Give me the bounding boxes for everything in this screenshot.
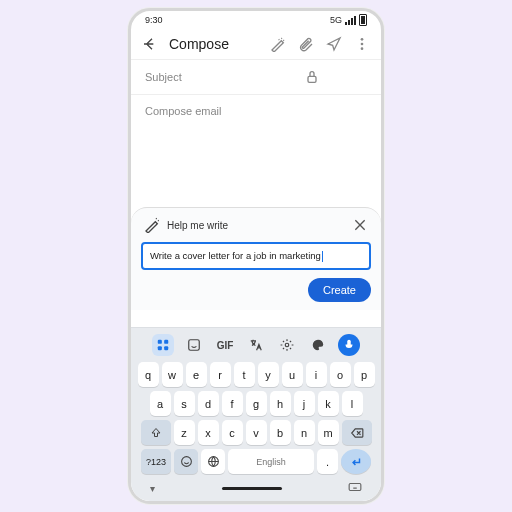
status-bar: 9:30 5G <box>131 11 381 29</box>
create-button[interactable]: Create <box>308 278 371 302</box>
svg-rect-5 <box>164 340 168 344</box>
phone-frame: 9:30 5G Compose Subject Compose email He… <box>128 8 384 504</box>
key-h[interactable]: h <box>270 391 291 416</box>
key-f[interactable]: f <box>222 391 243 416</box>
enter-key[interactable] <box>341 449 371 474</box>
svg-point-2 <box>361 47 364 50</box>
key-v[interactable]: v <box>246 420 267 445</box>
key-d[interactable]: d <box>198 391 219 416</box>
svg-rect-6 <box>158 346 162 350</box>
apps-icon[interactable] <box>152 334 174 356</box>
emoji-key[interactable] <box>174 449 198 474</box>
key-s[interactable]: s <box>174 391 195 416</box>
svg-point-0 <box>361 38 364 41</box>
period-key[interactable]: . <box>317 449 338 474</box>
signal-icon <box>345 16 356 25</box>
key-y[interactable]: y <box>258 362 279 387</box>
attachment-icon[interactable] <box>297 35 315 53</box>
key-n[interactable]: n <box>294 420 315 445</box>
key-k[interactable]: k <box>318 391 339 416</box>
spacebar[interactable]: English <box>228 449 314 474</box>
keyboard: GIF q w e r t y u i o p a s d f g h j k <box>131 327 381 501</box>
keyboard-toggle-icon[interactable] <box>348 480 362 496</box>
key-z[interactable]: z <box>174 420 195 445</box>
compose-topbar: Compose <box>131 29 381 60</box>
translate-icon[interactable] <box>245 334 267 356</box>
text-caret <box>322 251 323 262</box>
key-q[interactable]: q <box>138 362 159 387</box>
keyboard-toolbar: GIF <box>136 334 376 356</box>
panel-title: Help me write <box>167 220 345 231</box>
keyboard-row-4: ?123 English . <box>136 449 376 474</box>
keyboard-row-3: z x c v b n m <box>136 420 376 445</box>
body-placeholder: Compose email <box>145 105 221 117</box>
subject-field[interactable]: Subject <box>131 60 381 95</box>
key-g[interactable]: g <box>246 391 267 416</box>
svg-rect-8 <box>189 340 200 351</box>
sticker-icon[interactable] <box>183 334 205 356</box>
symbols-key[interactable]: ?123 <box>141 449 171 474</box>
svg-rect-3 <box>308 76 316 82</box>
key-j[interactable]: j <box>294 391 315 416</box>
globe-key[interactable] <box>201 449 225 474</box>
key-p[interactable]: p <box>354 362 375 387</box>
prompt-text: Write a cover letter for a job in market… <box>150 250 321 261</box>
key-b[interactable]: b <box>270 420 291 445</box>
send-icon[interactable] <box>325 35 343 53</box>
palette-icon[interactable] <box>307 334 329 356</box>
key-o[interactable]: o <box>330 362 351 387</box>
svg-rect-4 <box>158 340 162 344</box>
key-m[interactable]: m <box>318 420 339 445</box>
help-me-write-panel: Help me write Write a cover letter for a… <box>131 207 381 310</box>
home-indicator[interactable] <box>222 487 282 490</box>
svg-point-10 <box>181 457 191 467</box>
svg-point-1 <box>361 43 364 46</box>
key-l[interactable]: l <box>342 391 363 416</box>
key-t[interactable]: t <box>234 362 255 387</box>
shift-key[interactable] <box>141 420 171 445</box>
body-field[interactable]: Compose email <box>131 95 381 207</box>
mic-icon[interactable] <box>338 334 360 356</box>
keyboard-row-1: q w e r t y u i o p <box>136 362 376 387</box>
nav-back-icon[interactable]: ▾ <box>150 483 155 494</box>
key-r[interactable]: r <box>210 362 231 387</box>
keyboard-row-2: a s d f g h j k l <box>136 391 376 416</box>
network-label: 5G <box>330 15 342 25</box>
backspace-key[interactable] <box>342 420 372 445</box>
key-c[interactable]: c <box>222 420 243 445</box>
magic-pen-icon[interactable] <box>269 35 287 53</box>
magic-pen-icon <box>143 216 161 234</box>
clock: 9:30 <box>145 15 163 25</box>
key-u[interactable]: u <box>282 362 303 387</box>
subject-placeholder: Subject <box>145 71 256 83</box>
back-icon[interactable] <box>141 35 159 53</box>
svg-point-9 <box>285 343 289 347</box>
key-i[interactable]: i <box>306 362 327 387</box>
lock-icon <box>256 68 367 86</box>
gif-button[interactable]: GIF <box>214 334 236 356</box>
close-icon[interactable] <box>351 216 369 234</box>
prompt-input[interactable]: Write a cover letter for a job in market… <box>141 242 371 270</box>
key-e[interactable]: e <box>186 362 207 387</box>
key-a[interactable]: a <box>150 391 171 416</box>
more-icon[interactable] <box>353 35 371 53</box>
battery-icon <box>359 14 367 26</box>
svg-rect-7 <box>164 346 168 350</box>
settings-icon[interactable] <box>276 334 298 356</box>
page-title: Compose <box>169 36 259 52</box>
key-w[interactable]: w <box>162 362 183 387</box>
svg-rect-12 <box>349 484 361 491</box>
key-x[interactable]: x <box>198 420 219 445</box>
